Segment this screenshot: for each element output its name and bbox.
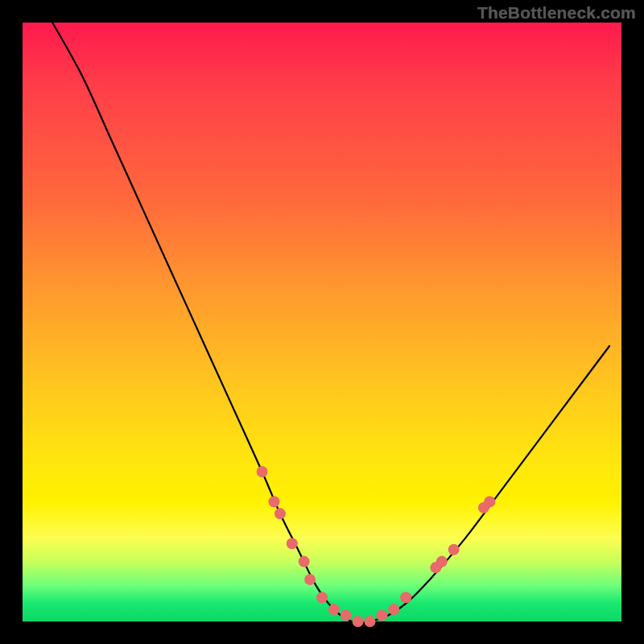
curve-marker — [328, 604, 340, 615]
curve-marker — [484, 496, 495, 507]
curve-marker — [275, 508, 286, 519]
curve-marker — [365, 616, 376, 627]
curve-marker — [388, 604, 399, 615]
curve-marker — [448, 544, 460, 555]
watermark-text: TheBottleneck.com — [477, 3, 636, 23]
plot-area — [23, 23, 621, 621]
chart-frame: TheBottleneck.com — [0, 0, 644, 644]
curve-svg — [23, 23, 621, 621]
curve-marker — [304, 574, 316, 585]
curve-marker — [257, 466, 268, 477]
curve-marker — [316, 592, 328, 603]
curve-marker — [299, 556, 310, 568]
bottleneck-curve — [52, 23, 609, 622]
curve-marker — [287, 538, 298, 549]
curve-marker — [353, 616, 364, 627]
curve-marker — [268, 496, 279, 507]
curve-marker — [376, 610, 387, 621]
curve-marker — [341, 610, 352, 621]
curve-marker — [400, 592, 411, 603]
curve-marker — [436, 556, 448, 568]
